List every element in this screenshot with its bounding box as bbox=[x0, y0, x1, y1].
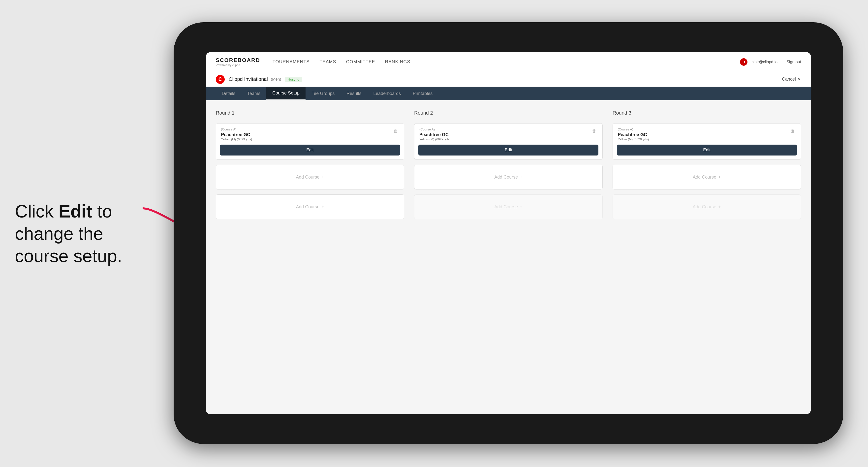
top-nav: SCOREBOARD Powered by clippd TOURNAMENTS… bbox=[206, 52, 811, 72]
add-course-label: Add Course bbox=[296, 175, 319, 180]
add-course-label: Add Course bbox=[693, 175, 716, 180]
round-2-add-course-2: Add Course + bbox=[414, 194, 602, 219]
add-course-label: Add Course bbox=[494, 205, 518, 210]
tab-details[interactable]: Details bbox=[216, 87, 241, 100]
nav-links: TOURNAMENTS TEAMS COMMITTEE RANKINGS bbox=[273, 59, 740, 64]
course-name: Peachtree GC bbox=[420, 132, 451, 137]
round-3-column: Round 3 (Course A) Peachtree GC Yellow (… bbox=[613, 110, 801, 219]
nav-teams[interactable]: TEAMS bbox=[320, 59, 336, 64]
tournament-gender: (Men) bbox=[271, 77, 281, 82]
course-detail: Yellow (M) (6629 yds) bbox=[618, 137, 649, 141]
app-logo: SCOREBOARD bbox=[216, 57, 260, 63]
user-avatar: B bbox=[740, 58, 747, 66]
round-2-add-course-1[interactable]: Add Course + bbox=[414, 165, 602, 189]
rounds-container: Round 1 (Course A) Peachtree GC Yellow (… bbox=[216, 110, 801, 219]
course-card-header: (Course A) Peachtree GC Yellow (M) (6629… bbox=[613, 124, 801, 141]
course-detail: Yellow (M) (6629 yds) bbox=[221, 137, 252, 141]
round-1-course-card-1: (Course A) Peachtree GC Yellow (M) (6629… bbox=[216, 123, 404, 160]
logo-area: SCOREBOARD Powered by clippd bbox=[216, 57, 260, 67]
round-3-title: Round 3 bbox=[613, 110, 801, 116]
round-1-edit-button[interactable]: Edit bbox=[220, 145, 400, 156]
round-2-column: Round 2 (Course A) Peachtree GC Yellow (… bbox=[414, 110, 602, 219]
tab-bar: Details Teams Course Setup Tee Groups Re… bbox=[206, 87, 811, 100]
round-3-edit-button[interactable]: Edit bbox=[617, 145, 797, 156]
round-3-course-card-1: (Course A) Peachtree GC Yellow (M) (6629… bbox=[613, 123, 801, 160]
tab-printables[interactable]: Printables bbox=[407, 87, 438, 100]
nav-separator: | bbox=[781, 60, 782, 64]
nav-tournaments[interactable]: TOURNAMENTS bbox=[273, 59, 310, 64]
close-icon: ✕ bbox=[797, 76, 801, 82]
tab-teams[interactable]: Teams bbox=[241, 87, 266, 100]
add-icon: + bbox=[321, 175, 324, 180]
round-1-title: Round 1 bbox=[216, 110, 404, 116]
add-course-label: Add Course bbox=[296, 205, 319, 210]
sign-out-link[interactable]: Sign out bbox=[786, 60, 801, 64]
tab-course-setup[interactable]: Course Setup bbox=[266, 87, 306, 100]
course-name: Peachtree GC bbox=[221, 132, 252, 137]
course-card-header: (Course A) Peachtree GC Yellow (M) (6629… bbox=[216, 124, 404, 141]
course-delete-button[interactable]: 🗑 bbox=[789, 127, 796, 135]
add-course-label: Add Course bbox=[693, 205, 716, 210]
nav-rankings[interactable]: RANKINGS bbox=[385, 59, 410, 64]
course-name: Peachtree GC bbox=[618, 132, 649, 137]
course-label: (Course A) bbox=[221, 127, 252, 131]
course-info: (Course A) Peachtree GC Yellow (M) (6629… bbox=[618, 127, 649, 141]
course-info: (Course A) Peachtree GC Yellow (M) (6629… bbox=[221, 127, 252, 141]
user-email: blair@clippd.io bbox=[751, 60, 777, 64]
add-icon: + bbox=[520, 175, 523, 180]
cancel-label: Cancel bbox=[782, 76, 796, 82]
course-delete-button[interactable]: 🗑 bbox=[591, 127, 597, 135]
round-2-course-card-1: (Course A) Peachtree GC Yellow (M) (6629… bbox=[414, 123, 602, 160]
tab-leaderboards[interactable]: Leaderboards bbox=[367, 87, 407, 100]
tab-results[interactable]: Results bbox=[341, 87, 367, 100]
tablet-screen: SCOREBOARD Powered by clippd TOURNAMENTS… bbox=[206, 52, 811, 414]
add-icon: + bbox=[718, 175, 721, 180]
course-card-header: (Course A) Peachtree GC Yellow (M) (6629… bbox=[414, 124, 602, 141]
hosting-badge: Hosting bbox=[285, 76, 302, 82]
tab-tee-groups[interactable]: Tee Groups bbox=[306, 87, 341, 100]
add-icon: + bbox=[718, 205, 721, 210]
nav-right: B blair@clippd.io | Sign out bbox=[740, 58, 801, 66]
round-3-add-course-1[interactable]: Add Course + bbox=[613, 165, 801, 189]
nav-committee[interactable]: COMMITTEE bbox=[346, 59, 375, 64]
round-3-add-course-2: Add Course + bbox=[613, 194, 801, 219]
course-info: (Course A) Peachtree GC Yellow (M) (6629… bbox=[420, 127, 451, 141]
add-icon: + bbox=[520, 205, 523, 210]
brand-logo-circle: C bbox=[216, 75, 225, 84]
round-2-edit-button[interactable]: Edit bbox=[418, 145, 598, 156]
main-content: Round 1 (Course A) Peachtree GC Yellow (… bbox=[206, 100, 811, 414]
tournament-name: Clippd Invitational bbox=[229, 76, 268, 82]
cancel-button[interactable]: Cancel ✕ bbox=[782, 76, 801, 82]
round-1-column: Round 1 (Course A) Peachtree GC Yellow (… bbox=[216, 110, 404, 219]
round-1-add-course-2[interactable]: Add Course + bbox=[216, 194, 404, 219]
round-1-add-course-1[interactable]: Add Course + bbox=[216, 165, 404, 189]
tablet-device: SCOREBOARD Powered by clippd TOURNAMENTS… bbox=[174, 22, 843, 444]
add-icon: + bbox=[321, 205, 324, 210]
sub-nav: C Clippd Invitational (Men) Hosting Canc… bbox=[206, 72, 811, 87]
round-2-title: Round 2 bbox=[414, 110, 602, 116]
course-delete-button[interactable]: 🗑 bbox=[393, 127, 399, 135]
course-detail: Yellow (M) (6629 yds) bbox=[420, 137, 451, 141]
course-label: (Course A) bbox=[618, 127, 649, 131]
add-course-label: Add Course bbox=[494, 175, 518, 180]
course-label: (Course A) bbox=[420, 127, 451, 131]
app-logo-sub: Powered by clippd bbox=[216, 63, 260, 67]
